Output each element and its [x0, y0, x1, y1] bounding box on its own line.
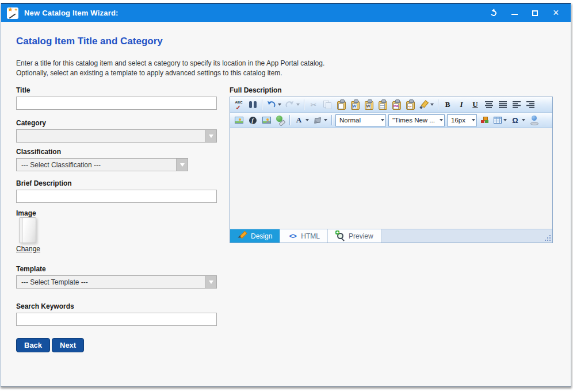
title-input[interactable]	[16, 97, 217, 110]
tab-html[interactable]: <>HTML	[280, 229, 328, 243]
insert-symbol-button[interactable]: Ω	[509, 114, 526, 126]
paste-from-word-strip-font-button[interactable]: W	[362, 98, 375, 111]
undo-button[interactable]	[265, 98, 282, 111]
minimize-button[interactable]	[510, 9, 519, 18]
chevron-down-icon	[503, 119, 507, 121]
minimize-icon	[511, 14, 518, 15]
insert-table-button[interactable]	[492, 114, 508, 126]
brief-description-input[interactable]	[16, 190, 217, 203]
catalog-item-image	[19, 217, 36, 243]
design-pencil-icon	[238, 231, 247, 241]
paste-from-word-strip-font-icon: W	[365, 101, 373, 110]
intro-text: Enter a title for this catalog item and …	[16, 59, 324, 78]
window-controls	[489, 9, 565, 18]
paste-html-button[interactable]: <>	[404, 98, 417, 111]
maximize-button[interactable]	[530, 9, 540, 18]
category-label: Category	[16, 119, 46, 127]
italic-icon: I	[457, 100, 467, 110]
chevron-down-icon[interactable]	[205, 130, 216, 142]
paste-from-word-button[interactable]: W	[349, 98, 361, 111]
align-right-button[interactable]	[524, 98, 537, 111]
font-size-select[interactable]: 16px	[447, 114, 477, 126]
toolbar-separator	[438, 99, 438, 110]
intro-line-2: Optionally, select an existing a templat…	[16, 68, 324, 78]
window-title: New Catalog Item Wizard:	[24, 9, 119, 17]
align-left-button[interactable]	[510, 98, 523, 111]
chevron-down-icon[interactable]	[176, 159, 188, 171]
media-manager-icon	[262, 117, 271, 124]
paragraph-style-select[interactable]: Normal	[335, 114, 386, 126]
category-dropdown[interactable]	[16, 129, 217, 143]
tab-design[interactable]: Design	[230, 229, 280, 243]
paste-as-html-button[interactable]: HTML	[390, 98, 403, 111]
paste-button[interactable]	[335, 98, 347, 111]
back-button[interactable]: Back	[16, 338, 50, 352]
search-keywords-input[interactable]	[16, 313, 217, 326]
paste-icon	[337, 101, 346, 110]
redo-button	[284, 98, 301, 111]
flash-manager-button[interactable]: f	[246, 114, 259, 126]
close-button[interactable]	[551, 9, 560, 18]
next-button[interactable]: Next	[52, 338, 84, 352]
chevron-down-icon	[381, 119, 384, 121]
chevron-down-icon	[278, 103, 281, 106]
font-name-select[interactable]: "Times New ...	[388, 114, 445, 126]
chevron-down-icon	[305, 119, 309, 121]
template-dropdown[interactable]: --- Select Template ---	[16, 275, 217, 289]
chevron-down-icon[interactable]	[205, 276, 216, 288]
underline-button[interactable]: U	[469, 98, 482, 111]
align-center-button[interactable]	[483, 98, 495, 111]
bold-button[interactable]: B	[441, 98, 454, 111]
foreground-color-icon: A	[294, 116, 304, 125]
format-stripper-button[interactable]	[418, 98, 435, 111]
find-replace-button[interactable]	[246, 98, 259, 111]
bold-icon: B	[443, 100, 453, 110]
chevron-down-icon	[440, 119, 443, 121]
media-manager-button[interactable]	[260, 114, 273, 126]
preview-magnifier-icon: +	[335, 231, 345, 241]
rich-text-editor: ABC✓✂WWHTML<>BIU fANormal"Times New ...1…	[230, 97, 553, 243]
tab-preview[interactable]: +Preview	[328, 229, 381, 243]
insert-table-icon	[494, 117, 502, 124]
help-button[interactable]	[528, 114, 540, 126]
toolbar-separator	[262, 99, 262, 110]
copy-icon	[323, 100, 333, 110]
justify-button[interactable]	[496, 98, 509, 111]
underline-icon: U	[471, 100, 480, 110]
title-label: Title	[16, 86, 30, 94]
italic-button[interactable]: I	[455, 98, 468, 111]
template-dropdown-value: --- Select Template ---	[17, 276, 205, 288]
align-left-icon	[512, 100, 522, 110]
chevron-down-icon	[296, 103, 300, 106]
align-right-icon	[526, 100, 536, 110]
category-dropdown-value	[17, 130, 205, 142]
background-color-button[interactable]	[311, 114, 328, 126]
redo-icon	[285, 100, 295, 110]
paragraph-style-select-value: Normal	[339, 117, 379, 124]
editor-content-area[interactable]	[230, 128, 552, 229]
insert-snippet-button[interactable]	[479, 114, 491, 126]
find-replace-icon	[248, 100, 258, 110]
toolbar-separator	[331, 115, 332, 125]
classification-dropdown[interactable]: --- Select Classification ---	[16, 158, 188, 171]
resize-grip[interactable]	[544, 235, 551, 241]
page-title: Catalog Item Title and Category	[16, 36, 163, 47]
image-manager-button[interactable]	[232, 114, 245, 126]
refresh-button[interactable]	[489, 9, 498, 18]
font-name-select-value: "Times New ...	[392, 117, 437, 124]
justify-icon	[498, 100, 508, 110]
title-bar[interactable]: New Catalog Item Wizard:	[1, 3, 571, 22]
full-description-label: Full Description	[230, 86, 282, 94]
paste-plain-text-button[interactable]	[376, 98, 389, 111]
insert-symbol-icon: Ω	[510, 116, 520, 125]
help-icon	[529, 116, 539, 125]
insert-snippet-icon	[480, 116, 490, 125]
hyperlink-manager-button[interactable]	[274, 114, 286, 126]
editor-mode-tabbar: Design<>HTML+Preview	[230, 229, 552, 243]
spellcheck-button[interactable]: ABC✓	[232, 98, 245, 111]
image-manager-icon	[235, 117, 243, 124]
change-image-link[interactable]: Change	[16, 245, 40, 253]
foreground-color-button[interactable]: A	[293, 114, 310, 126]
editor-toolbar-row-1: ABC✓✂WWHTML<>BIU	[230, 97, 552, 113]
format-stripper-icon	[419, 100, 429, 110]
